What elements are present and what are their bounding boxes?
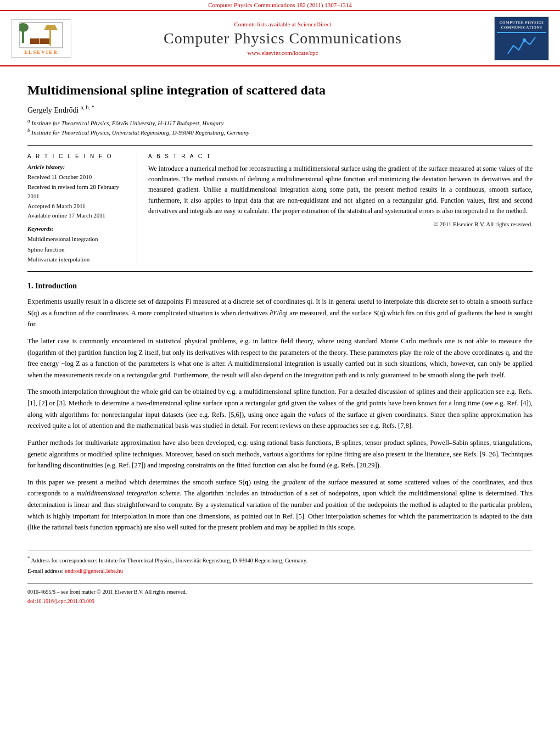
footnote-email: E-mail address: endrodi@general.lehe.hu: [27, 567, 533, 576]
body-para-4: Further methods for multivariate approxi…: [27, 437, 533, 471]
article-title: Multidimensional spline integration of s…: [27, 83, 533, 98]
keyword-3: Multivariate interpolation: [27, 254, 129, 265]
journal-title-center: Contents lists available at ScienceDirec…: [71, 21, 494, 56]
affil-a-text: Institute for Theoretical Physics, Eötvö…: [31, 119, 223, 126]
article-info-abstract: A R T I C L E I N F O Article history: R…: [27, 153, 533, 272]
body-para-2: The latter case is commonly encountered …: [27, 336, 533, 381]
footnote-address-text: Institute for Theoretical Physics, Unive…: [99, 557, 307, 563]
doi-link[interactable]: doi:10.1016/j.cpc.2011.03.009: [27, 598, 94, 604]
body-para-5: In this paper we present a method which …: [27, 477, 533, 533]
cover-graphic: [505, 35, 538, 57]
accepted: Accepted 6 March 2011: [27, 202, 129, 211]
affiliation-block: a Institute for Theoretical Physics, Eöt…: [27, 118, 533, 146]
author-sup: a, b, *: [81, 104, 94, 110]
affiliation-b: b Institute for Theoretical Physics, Uni…: [27, 127, 533, 136]
affil-b-sup: b: [27, 127, 30, 133]
svg-point-8: [523, 38, 526, 42]
sciencedirect-link[interactable]: ScienceDirect: [298, 21, 332, 27]
footnote-address: * Address for correspondence: Institute …: [27, 555, 533, 565]
citation-line: Computer Physics Communications 182 (201…: [0, 0, 560, 11]
svg-marker-3: [44, 25, 58, 30]
abstract-copyright: © 2011 Elsevier B.V. All rights reserved…: [148, 221, 533, 227]
keyword-2: Spline function: [27, 244, 129, 255]
author-name: Gergely Endrődi: [27, 106, 79, 114]
body-para-1: Experiments usually result in a discrete…: [27, 296, 533, 330]
journal-banner: ELSEVIER Contents lists available at Sci…: [0, 11, 560, 65]
cover-line: [497, 32, 546, 33]
keywords-label: Keywords:: [27, 225, 129, 232]
body-para-3: The smooth interpolation throughout the …: [27, 386, 533, 432]
abstract-col: A B S T R A C T We introduce a numerical…: [148, 153, 533, 265]
doi-line: doi:10.1016/j.cpc.2011.03.009: [27, 596, 533, 606]
article-info-label: A R T I C L E I N F O: [27, 153, 129, 159]
abstract-label: A B S T R A C T: [148, 153, 533, 159]
cover-title: COMPUTER PHYSICSCOMMUNICATIONS: [500, 20, 544, 30]
footnote-email-link[interactable]: endrodi@general.lehe.hu: [65, 568, 123, 574]
revised: Received in revised form 28 February 201…: [27, 182, 129, 202]
bottom-bar: 0010-4655/$ – see front matter © 2011 El…: [27, 583, 533, 606]
footnote-section: * Address for correspondence: Institute …: [27, 550, 533, 576]
intro-heading: 1. Introduction: [27, 282, 533, 291]
citation-text: Computer Physics Communications 182 (201…: [208, 2, 351, 8]
elsevier-wordmark: ELSEVIER: [24, 49, 58, 55]
article-content: Multidimensional spline integration of s…: [0, 66, 560, 622]
affil-b-text: Institute for Theoretical Physics, Unive…: [31, 129, 249, 136]
journal-url[interactable]: www.elsevier.com/locate/cpc: [71, 49, 494, 56]
keywords-list: Multidimensional integration Spline func…: [27, 234, 129, 265]
footnote-email-label: E-mail address:: [27, 568, 64, 574]
journal-title: Computer Physics Communications: [71, 30, 494, 47]
received1: Received 11 October 2010: [27, 172, 129, 182]
issn-line: 0010-4655/$ – see front matter © 2011 El…: [27, 587, 533, 596]
article-info-col: A R T I C L E I N F O Article history: R…: [27, 153, 137, 265]
keyword-1: Multidimensional integration: [27, 234, 129, 244]
elsevier-logo-graphic: [19, 22, 63, 48]
available: Available online 17 March 2011: [27, 211, 129, 221]
contents-label: Contents lists available at ScienceDirec…: [71, 21, 494, 27]
journal-cover-image: COMPUTER PHYSICSCOMMUNICATIONS: [494, 16, 549, 60]
svg-rect-2: [49, 30, 51, 46]
footnote-star: *: [27, 555, 30, 561]
journal-header: Computer Physics Communications 182 (201…: [0, 0, 560, 66]
elsevier-logo: ELSEVIER: [11, 19, 71, 58]
abstract-text: We introduce a numerical method for reco…: [148, 164, 533, 216]
history-label: Article history:: [27, 164, 129, 170]
svg-point-1: [19, 23, 29, 32]
affil-a-sup: a: [27, 118, 30, 124]
footnote-address-label: Address for correspondence:: [31, 557, 97, 563]
author-line: Gergely Endrődi a, b, *: [27, 104, 533, 115]
affiliation-a: a Institute for Theoretical Physics, Eöt…: [27, 118, 533, 126]
